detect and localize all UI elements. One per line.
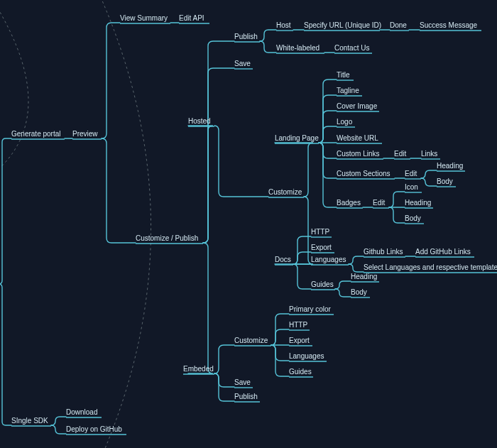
node-docs-github[interactable]: Github Links bbox=[364, 248, 405, 257]
node-lp-cs-heading[interactable]: Heading bbox=[437, 162, 465, 171]
node-sdk-download[interactable]: Download bbox=[66, 408, 102, 417]
node-publish-success[interactable]: Success Message bbox=[420, 21, 481, 31]
docs-languages-label: Languages bbox=[311, 256, 346, 263]
emb-languages-label: Languages bbox=[289, 352, 324, 360]
lp-b-heading-label: Heading bbox=[405, 199, 431, 207]
lp-cl-edit-label: Edit bbox=[394, 150, 406, 158]
hosted-label: Hosted bbox=[188, 117, 211, 125]
save-label: Save bbox=[234, 60, 251, 67]
node-emb-languages[interactable]: Languages bbox=[289, 352, 327, 361]
node-docs-g-body[interactable]: Body bbox=[351, 288, 370, 297]
node-lp-website[interactable]: Website URL bbox=[337, 134, 382, 143]
node-emb-customize[interactable]: Customize bbox=[234, 337, 271, 346]
lp-cs-edit-label: Edit bbox=[405, 170, 417, 177]
docs-select-lang-label: Select Languages and respective template… bbox=[364, 263, 497, 271]
emb-export-label: Export bbox=[289, 337, 310, 344]
node-edit-api[interactable]: Edit API bbox=[179, 14, 209, 23]
node-docs[interactable]: Docs bbox=[275, 256, 293, 265]
node-landing-page[interactable]: Landing Page bbox=[275, 134, 319, 143]
node-lp-b-edit[interactable]: Edit bbox=[373, 199, 389, 208]
node-lp-title[interactable]: Title bbox=[337, 71, 354, 80]
docs-g-body-label: Body bbox=[351, 288, 367, 296]
node-save[interactable]: Save bbox=[234, 60, 253, 69]
node-lp-cs-edit[interactable]: Edit bbox=[405, 170, 421, 179]
docs-label: Docs bbox=[275, 256, 291, 263]
lp-cover-label: Cover Image bbox=[337, 102, 378, 110]
node-docs-g-heading[interactable]: Heading bbox=[351, 273, 379, 282]
node-hosted[interactable]: Hosted bbox=[188, 117, 214, 126]
emb-save-label: Save bbox=[234, 378, 251, 386]
node-docs-add-github[interactable]: Add GitHub Links bbox=[415, 248, 474, 257]
node-lp-custom-links[interactable]: Custom Links bbox=[337, 150, 383, 159]
emb-publish-label: Publish bbox=[234, 393, 258, 400]
customize-publish-label: Customize / Publish bbox=[136, 234, 198, 242]
lp-cs-heading-label: Heading bbox=[437, 162, 463, 170]
node-single-sdk[interactable]: SIngle SDK bbox=[11, 417, 51, 426]
publish-host-label: Host bbox=[276, 21, 291, 29]
node-lp-tagline[interactable]: Tagline bbox=[337, 87, 362, 96]
node-lp-cover[interactable]: Cover Image bbox=[337, 102, 379, 111]
node-publish-done[interactable]: Done bbox=[390, 21, 409, 31]
node-docs-select-lang[interactable]: Select Languages and respective template… bbox=[364, 263, 497, 273]
node-emb-http[interactable]: HTTP bbox=[289, 321, 310, 330]
sdk-download-label: Download bbox=[66, 408, 97, 416]
node-lp-custom-sections[interactable]: Custom Sections bbox=[337, 170, 395, 179]
node-emb-publish[interactable]: Publish bbox=[234, 393, 260, 402]
docs-http-label: HTTP bbox=[311, 228, 329, 236]
node-customize-publish[interactable]: Customize / Publish bbox=[136, 234, 203, 244]
node-publish-contact[interactable]: Contact Us bbox=[334, 44, 372, 53]
lp-title-label: Title bbox=[337, 71, 350, 79]
lp-cl-links-label: Links bbox=[421, 150, 437, 158]
node-docs-languages[interactable]: Languages bbox=[311, 256, 349, 265]
publish-specify-label: Specify URL (Unique ID) bbox=[304, 21, 381, 29]
node-emb-export[interactable]: Export bbox=[289, 337, 312, 346]
node-customize-hosted[interactable]: Customize bbox=[268, 188, 304, 197]
node-lp-b-icon[interactable]: Icon bbox=[405, 183, 422, 192]
docs-g-heading-label: Heading bbox=[351, 273, 377, 280]
preview-label: Preview bbox=[72, 130, 98, 138]
node-emb-save[interactable]: Save bbox=[234, 378, 253, 388]
view-summary-label: View Summary bbox=[120, 14, 168, 22]
node-lp-logo[interactable]: Logo bbox=[337, 118, 355, 127]
docs-guides-label: Guides bbox=[311, 280, 334, 288]
generate-portal-label: Generate portal bbox=[11, 130, 61, 138]
lp-cs-body-label: Body bbox=[437, 177, 453, 185]
lp-website-label: Website URL bbox=[337, 134, 378, 142]
node-view-summary[interactable]: View Summary bbox=[120, 14, 170, 23]
edit-api-label: Edit API bbox=[179, 14, 204, 22]
node-sdk-deploy[interactable]: Deploy on GitHub bbox=[66, 425, 126, 435]
publish-done-label: Done bbox=[390, 21, 407, 29]
embeded-label: Embeded bbox=[183, 365, 214, 373]
node-docs-guides[interactable]: Guides bbox=[311, 280, 335, 290]
emb-http-label: HTTP bbox=[289, 321, 307, 329]
lp-custom-links-label: Custom Links bbox=[337, 150, 380, 158]
lp-b-edit-label: Edit bbox=[373, 199, 385, 207]
node-publish-white-labeled[interactable]: White-labeled bbox=[276, 44, 324, 53]
node-docs-http[interactable]: HTTP bbox=[311, 228, 332, 237]
single-sdk-label: SIngle SDK bbox=[11, 417, 48, 425]
node-docs-export[interactable]: Export bbox=[311, 244, 334, 253]
lp-tagline-label: Tagline bbox=[337, 87, 359, 94]
node-publish-specify[interactable]: Specify URL (Unique ID) bbox=[304, 21, 381, 31]
emb-primary-label: Primary color bbox=[289, 305, 332, 313]
lp-b-body-label: Body bbox=[405, 214, 421, 222]
node-emb-guides[interactable]: Guides bbox=[289, 368, 313, 377]
node-lp-cl-edit[interactable]: Edit bbox=[394, 150, 410, 159]
node-lp-b-heading[interactable]: Heading bbox=[405, 199, 433, 208]
node-publish[interactable]: Publish bbox=[234, 33, 260, 42]
publish-label: Publish bbox=[234, 33, 258, 40]
node-lp-cs-body[interactable]: Body bbox=[437, 177, 456, 187]
node-generate-portal[interactable]: Generate portal bbox=[11, 130, 65, 139]
emb-customize-label: Customize bbox=[234, 337, 268, 344]
node-publish-host[interactable]: Host bbox=[276, 21, 293, 31]
node-emb-primary[interactable]: Primary color bbox=[289, 305, 334, 315]
docs-export-label: Export bbox=[311, 244, 332, 251]
sdk-deploy-label: Deploy on GitHub bbox=[66, 425, 122, 433]
node-lp-badges[interactable]: Badges bbox=[337, 199, 363, 208]
emb-guides-label: Guides bbox=[289, 368, 312, 376]
publish-contact-label: Contact Us bbox=[334, 44, 369, 52]
landing-page-label: Landing Page bbox=[275, 134, 319, 142]
node-preview[interactable]: Preview bbox=[72, 130, 102, 139]
node-lp-cl-links[interactable]: Links bbox=[421, 150, 440, 159]
node-lp-b-body[interactable]: Body bbox=[405, 214, 424, 224]
